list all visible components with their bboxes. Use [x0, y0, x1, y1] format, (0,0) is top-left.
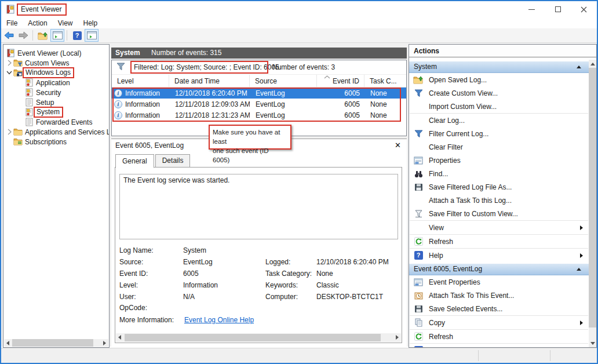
status-divider [478, 350, 479, 361]
action-help-event[interactable]: ? Help [409, 344, 589, 347]
action-save-filtered-log-file-as[interactable]: Save Filtered Log File As... [409, 180, 589, 194]
tree-label: Applications and Services Lo [25, 128, 110, 136]
back-button[interactable] [2, 29, 16, 42]
action-find[interactable]: Find... [409, 167, 589, 180]
tree-item-system[interactable]: System [3, 107, 109, 117]
action-attach-task-to-event[interactable]: Attach Task To This Event... [409, 289, 589, 302]
event-description[interactable]: The Event log service was started. [119, 174, 398, 239]
action-copy[interactable]: Copy [409, 316, 589, 329]
chevron-collapsed-icon[interactable] [5, 129, 13, 135]
column-header-source[interactable]: Source [250, 75, 317, 87]
forward-button[interactable] [16, 29, 30, 42]
preview-title: Event 6005, EventLog [115, 141, 184, 150]
action-import-custom-view[interactable]: Import Custom View... [409, 100, 589, 113]
scrollbar-thumb[interactable] [125, 334, 381, 341]
event-log-online-help-link[interactable]: Event Log Online Help [184, 316, 254, 324]
scroll-left-button[interactable] [116, 333, 123, 341]
log-icon [24, 78, 34, 87]
show-action-pane-icon [87, 31, 97, 39]
source-cell: EventLog [250, 100, 317, 108]
preview-pane: Event 6005, EventLog ✕ General Details T… [111, 139, 407, 348]
submenu-arrow-icon [580, 253, 583, 258]
actions-group-system[interactable]: System [409, 61, 589, 73]
action-refresh[interactable]: Refresh [409, 235, 589, 248]
action-event-properties[interactable]: Event Properties [409, 275, 589, 289]
action-save-selected-events[interactable]: Save Selected Events... [409, 302, 589, 315]
action-label: Attach a Task To this Log... [429, 196, 512, 205]
menu-action[interactable]: Action [23, 18, 52, 28]
tree-item-setup[interactable]: Setup [3, 97, 109, 107]
event-row[interactable]: iInformation 12/11/2018 12:09:03 AM Even… [112, 99, 406, 110]
action-clear-log[interactable]: Clear Log... [409, 114, 589, 127]
scroll-left-button[interactable] [4, 339, 12, 347]
task-cell: None [364, 100, 406, 108]
group-title: Event 6005, EventLog [414, 265, 482, 273]
event-row[interactable]: iInformation 12/10/2018 6:20:40 PM Event… [112, 88, 406, 99]
event-row[interactable]: iInformation 12/11/2018 12:31:23 AM Even… [112, 110, 406, 121]
submenu-arrow-icon [580, 321, 583, 325]
callout-note: Make sure you have at least one such eve… [209, 125, 291, 150]
actions-vertical-scrollbar[interactable] [589, 60, 596, 347]
event-id-cell: 6005 [317, 100, 364, 108]
toolbar: ? [1, 28, 597, 43]
collapse-group-icon[interactable] [577, 65, 581, 68]
show-action-pane-button[interactable] [85, 29, 99, 42]
menu-help[interactable]: Help [78, 18, 103, 28]
forward-icon [19, 31, 28, 39]
tab-details[interactable]: Details [155, 154, 191, 168]
action-filter-current-log[interactable]: Filter Current Log... [409, 127, 589, 140]
tree-item-applications-and-services[interactable]: Applications and Services Lo [3, 127, 109, 137]
scroll-right-button[interactable] [393, 333, 401, 341]
scrollbar-thumb[interactable] [589, 68, 596, 327]
actions-group-event[interactable]: Event 6005, EventLog [409, 264, 589, 275]
tree-item-application[interactable]: Application [3, 78, 109, 88]
action-save-filter-to-custom-view[interactable]: Save Filter to Custom View... [409, 207, 589, 220]
close-preview-icon[interactable]: ✕ [395, 141, 401, 150]
collapse-group-icon[interactable] [577, 268, 581, 271]
scroll-right-button[interactable] [101, 339, 108, 347]
scroll-down-button[interactable] [589, 339, 596, 347]
actions-scroll-area: System Open Saved Log... Create Custom V… [409, 60, 589, 347]
open-saved-log-button[interactable] [36, 29, 50, 42]
action-view[interactable]: View [409, 221, 589, 234]
action-create-custom-view[interactable]: Create Custom View... [409, 86, 589, 100]
scrollbar-thumb[interactable] [12, 339, 93, 347]
menu-bar: File Action View Help [1, 17, 597, 28]
tree-item-security[interactable]: Security [3, 88, 109, 97]
information-icon: i [114, 89, 122, 97]
action-clear-filter[interactable]: Clear Filter [409, 140, 589, 154]
tree-item-forwarded-events[interactable]: Forwarded Events [3, 117, 109, 127]
tree-item-windows-logs[interactable]: Windows Logs [3, 68, 109, 78]
field-label: More Information: [119, 316, 174, 324]
minimize-icon [528, 9, 535, 10]
close-button[interactable] [571, 1, 597, 17]
menu-view[interactable]: View [53, 18, 78, 28]
tree-horizontal-scrollbar[interactable] [4, 339, 108, 347]
action-refresh-event[interactable]: Refresh [409, 330, 589, 343]
scroll-up-button[interactable] [589, 60, 596, 68]
column-header-task-category[interactable]: Task C... [364, 75, 406, 87]
action-attach-task-to-log[interactable]: Attach a Task To this Log... [409, 194, 589, 207]
tab-general[interactable]: General [115, 154, 154, 168]
help-button[interactable]: ? [70, 29, 84, 42]
field-label: User: [119, 293, 136, 301]
save-icon [413, 183, 424, 191]
column-header-date[interactable]: Date and Time [169, 75, 250, 87]
maximize-button[interactable] [545, 1, 571, 17]
minimize-button[interactable] [519, 1, 545, 17]
action-open-saved-log[interactable]: Open Saved Log... [409, 73, 589, 86]
tree-item-custom-views[interactable]: Custom Views [3, 58, 109, 68]
column-header-level[interactable]: Level [112, 75, 169, 87]
chevron-collapsed-icon[interactable] [5, 60, 13, 66]
custom-views-folder-icon [13, 59, 23, 67]
action-properties[interactable]: Properties [409, 154, 589, 167]
show-console-tree-button[interactable] [50, 29, 64, 42]
action-help[interactable]: ? Help [409, 249, 589, 262]
title-bar: Event Viewer [1, 1, 597, 17]
preview-horizontal-scrollbar[interactable] [116, 333, 401, 342]
scroll-down-icon [590, 342, 595, 345]
tree-item-subscriptions[interactable]: Subscriptions [3, 137, 109, 147]
tree-item-event-viewer-local[interactable]: Event Viewer (Local) [3, 48, 109, 58]
chevron-expanded-icon[interactable] [5, 71, 13, 75]
menu-file[interactable]: File [1, 18, 23, 28]
